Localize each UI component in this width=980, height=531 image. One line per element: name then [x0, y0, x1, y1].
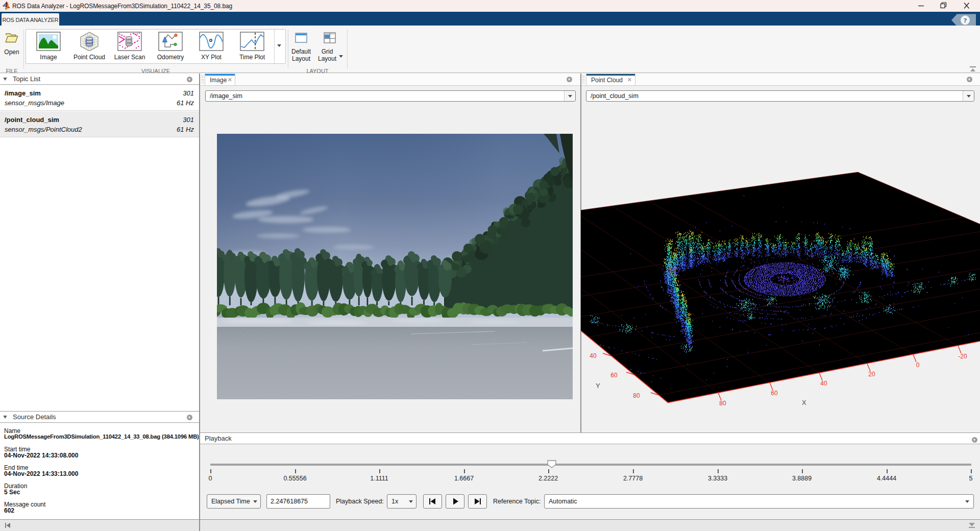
svg-text:Y: Y: [596, 382, 600, 390]
svg-text:40: 40: [820, 380, 827, 387]
svg-text:0: 0: [916, 361, 920, 369]
svg-text:?: ?: [964, 16, 967, 24]
svg-text:80: 80: [633, 392, 640, 399]
svg-text:60: 60: [771, 390, 778, 397]
svg-text:40: 40: [590, 352, 597, 359]
svg-text:-20: -20: [958, 353, 967, 360]
svg-text:80: 80: [719, 400, 726, 407]
svg-text:20: 20: [868, 371, 875, 378]
svg-text:X: X: [802, 399, 806, 406]
svg-text:60: 60: [610, 372, 618, 379]
